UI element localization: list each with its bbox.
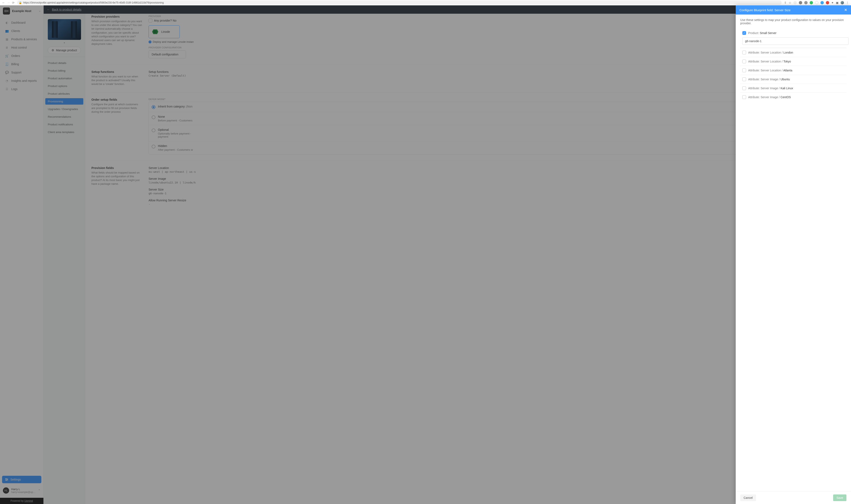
map-checkbox[interactable] [742,77,746,81]
profile-avatar-icon[interactable] [840,1,844,4]
url-bar[interactable]: 🔒 https://3mrvxolyv4br.upmind.app/admin/… [17,0,782,5]
panel-header: Configure Blueprint field: Server Size ✕ [736,5,851,15]
ext-icon-1[interactable] [794,1,797,4]
ext-icon-3[interactable] [804,1,807,4]
map-label: Attribute: Server Image / CentOS [748,95,791,99]
browser-reload-icon[interactable]: ⟳ [12,1,15,4]
map-checkbox[interactable] [742,95,746,99]
map-row-attr-3[interactable]: Attribute: Server Location / Atlanta [740,66,847,75]
map-label: Attribute: Server Location / Atlanta [748,69,792,72]
ext-panel-icon[interactable]: ▣ [836,1,838,4]
map-label: Attribute: Server Location / Tokyo [748,60,791,63]
mapping-list: Product: Small ServerAttribute: Server L… [740,29,847,102]
browser-menu-icon[interactable]: ⋮ [846,1,849,4]
map-row-product[interactable]: Product: Small Server [740,29,847,37]
map-row-attr-5[interactable]: Attribute: Server Image / Kali Linux [740,84,847,93]
map-row-attr-1[interactable]: Attribute: Server Location / London [740,48,847,57]
map-label: Attribute: Server Location / London [748,51,793,54]
browser-back-icon[interactable]: ← [2,1,5,4]
panel-title: Configure Blueprint field: Server Size [740,8,791,12]
close-icon[interactable]: ✕ [844,8,847,12]
ext-icon-4[interactable] [810,1,813,4]
map-checkbox[interactable] [742,59,746,63]
map-checkbox[interactable] [742,69,746,72]
share-icon[interactable]: ⇧ [784,1,786,4]
ext-icon-2[interactable] [799,1,802,4]
map-value-input[interactable] [742,37,849,45]
map-checkbox[interactable] [742,86,746,90]
star-icon[interactable]: ☆ [789,1,792,4]
panel-intro: Use these settings to map your product c… [740,18,847,25]
ext-icon-5[interactable] [815,1,818,4]
ext-puzzle-icon[interactable]: ✦ [831,1,834,4]
browser-nav-arrows: ← → ⟳ [2,1,15,4]
url-text: https://3mrvxolyv4br.upmind.app/admin/se… [23,1,164,4]
map-label: Attribute: Server Image / Kali Linux [748,87,793,90]
map-label: Product: Small Server [748,31,777,35]
cancel-button[interactable]: Cancel [740,494,756,501]
blueprint-field-panel: Configure Blueprint field: Server Size ✕… [736,5,851,504]
ext-icon-7[interactable] [826,1,829,4]
browser-forward-icon[interactable]: → [7,1,10,4]
map-row-attr-2[interactable]: Attribute: Server Location / Tokyo [740,57,847,66]
map-checkbox[interactable] [742,31,746,35]
map-checkbox[interactable] [742,51,746,54]
map-row-attr-6[interactable]: Attribute: Server Image / CentOS [740,93,847,102]
map-row-attr-4[interactable]: Attribute: Server Image / Ubuntu [740,75,847,84]
lock-icon: 🔒 [19,1,22,4]
browser-extension-icons: ⇧ ☆ ✦ ▣ ⋮ [784,1,849,4]
panel-footer: Cancel Save [736,491,851,504]
ext-icon-6[interactable] [820,1,824,4]
map-label: Attribute: Server Image / Ubuntu [748,78,790,81]
browser-chrome: ← → ⟳ 🔒 https://3mrvxolyv4br.upmind.app/… [0,0,851,5]
modal-overlay[interactable] [0,5,851,504]
save-button[interactable]: Save [833,494,847,501]
